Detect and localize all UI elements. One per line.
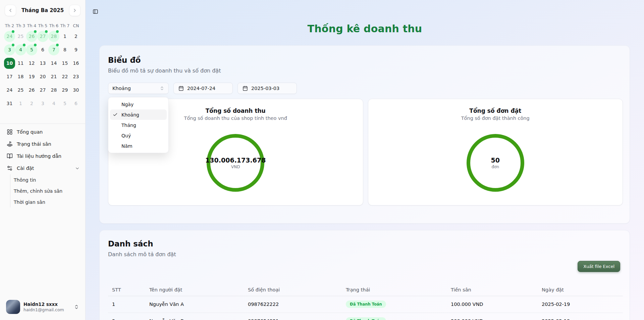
calendar-day[interactable]: 18 <box>15 70 26 83</box>
calendar-day-selected[interactable]: 10 <box>4 56 15 70</box>
calendar-day[interactable]: 26 <box>26 83 37 97</box>
range-option[interactable]: Tháng <box>110 120 167 130</box>
revenue-value: 130.006.173.678 <box>205 156 266 164</box>
orders-stat-title: Tổng số đơn đặt <box>469 107 521 114</box>
calendar-day[interactable]: 4 <box>48 97 59 110</box>
calendar-day[interactable]: 1 <box>59 30 70 43</box>
weekday-label: Th 5 <box>37 21 48 30</box>
calendar-prev-button[interactable] <box>5 5 16 16</box>
calendar-day[interactable]: 1 <box>15 97 26 110</box>
column-header: Ngày đặt <box>538 284 623 296</box>
export-excel-button[interactable]: Xuất file Excel <box>578 261 620 272</box>
calendar-day[interactable]: 21 <box>48 70 59 83</box>
calendar-day[interactable]: 5 <box>26 43 37 56</box>
status-badge: Đã Thanh Toán <box>346 317 386 320</box>
range-option[interactable]: Ngày <box>110 99 167 109</box>
avatar <box>6 300 20 314</box>
calendar-day[interactable]: 15 <box>59 56 70 70</box>
calendar-day[interactable]: 25 <box>15 83 26 97</box>
calendar-day[interactable]: 23 <box>70 70 82 83</box>
calendar-day[interactable]: 28 <box>48 83 59 97</box>
user-card[interactable]: Haidn12 sxxx haidn1@gmail.com <box>3 297 82 317</box>
calendar-day[interactable]: 29 <box>59 83 70 97</box>
chevron-right-icon <box>72 8 77 13</box>
calendar-month-label: Tháng Ba 2025 <box>21 7 64 13</box>
range-option[interactable]: Khoảng <box>110 109 167 120</box>
sidebar: Tháng Ba 2025 Th 2Th 3Th 4Th 5Th 6Th 7CN… <box>0 0 86 320</box>
calendar-day[interactable]: 2 <box>70 30 82 43</box>
calendar-day[interactable]: 24 <box>4 83 15 97</box>
chevron-down-icon <box>75 166 80 171</box>
calendar-day[interactable]: 7 <box>48 43 59 56</box>
calendar-day[interactable]: 4 <box>15 43 26 56</box>
calendar-day[interactable]: 6 <box>37 43 48 56</box>
calendar-day[interactable]: 22 <box>59 70 70 83</box>
calendar-day[interactable]: 19 <box>26 70 37 83</box>
event-dot-icon <box>45 30 48 33</box>
app-root: Tháng Ba 2025 Th 2Th 3Th 4Th 5Th 6Th 7CN… <box>0 0 644 320</box>
calendar-day[interactable]: 5 <box>59 97 70 110</box>
date-from-value: 2024-07-24 <box>187 86 215 91</box>
calendar-day[interactable]: 3 <box>37 97 48 110</box>
column-header: Tiền sân <box>447 284 538 296</box>
event-dot-icon <box>56 44 59 46</box>
calendar-day[interactable]: 20 <box>37 70 48 83</box>
sidebar-item-field-status[interactable]: Trạng thái sân <box>0 138 85 150</box>
calendar-day[interactable]: 13 <box>37 56 48 70</box>
sidebar-item-settings[interactable]: Cài đặt <box>0 162 85 174</box>
calendar-day[interactable]: 17 <box>4 70 15 83</box>
sidebar-subitem-info[interactable]: Thông tin <box>10 174 85 185</box>
sidebar-subitem-field-time[interactable]: Thời gian sân <box>10 196 85 208</box>
sidebar-item-docs[interactable]: Tài liệu hướng dẫn <box>0 150 85 162</box>
calendar-day[interactable]: 9 <box>70 43 82 56</box>
sliders-icon <box>7 165 13 171</box>
date-from-input[interactable]: 2024-07-24 <box>173 83 233 94</box>
calendar-day[interactable]: 14 <box>48 56 59 70</box>
calendar-day[interactable]: 28 <box>48 30 59 43</box>
orders-table-body: 1Nguyễn Văn A0987622222Đã Thanh Toán100.… <box>108 296 623 320</box>
calendar-day[interactable]: 2 <box>26 97 37 110</box>
calendar-day[interactable]: 27 <box>37 83 48 97</box>
event-dot-icon <box>34 30 37 33</box>
calendar-day[interactable]: 27 <box>37 30 48 43</box>
list-card-title: Danh sách <box>108 239 623 248</box>
sidebar-subitem-edit-fields[interactable]: Thêm, chỉnh sửa sân <box>10 185 85 196</box>
table-row[interactable]: 1Nguyễn Văn A0987622222Đã Thanh Toán100.… <box>108 296 623 313</box>
calendar-day[interactable]: 16 <box>70 56 82 70</box>
range-option[interactable]: Quý <box>110 130 167 141</box>
orders-ring: 50 đơn <box>467 134 524 192</box>
calendar-day[interactable]: 26 <box>26 30 37 43</box>
calendar-next-button[interactable] <box>69 5 80 16</box>
weekday-label: Th 6 <box>48 21 59 30</box>
event-dot-icon <box>34 44 37 46</box>
range-select[interactable]: Khoảng <box>108 83 169 94</box>
sidebar-toggle-button[interactable] <box>90 6 100 16</box>
layout-grid-icon <box>7 129 13 135</box>
stats-row: Tổng số doanh thu Tổng số doanh thu của … <box>108 99 623 205</box>
calendar-day[interactable]: 12 <box>26 56 37 70</box>
weekday-label: Th 3 <box>15 21 26 30</box>
range-select-menu: NgàyKhoảngThángQuýNăm <box>108 97 169 153</box>
event-dot-icon <box>12 30 14 33</box>
land-plot-icon <box>7 141 13 147</box>
calendar-day[interactable]: 11 <box>15 56 26 70</box>
table-row[interactable]: 2Nguyễn Văn B0987654321Đã Thanh Toán200.… <box>108 313 623 320</box>
calendar-icon <box>178 86 184 91</box>
event-dot-icon <box>23 44 25 46</box>
event-dot-icon <box>12 44 14 46</box>
orders-stat-card: Tổng số đơn đặt Tổng số đơn đặt thành cô… <box>368 99 623 205</box>
calendar-day[interactable]: 25 <box>15 30 26 43</box>
calendar-day[interactable]: 6 <box>70 97 82 110</box>
sidebar-item-overview[interactable]: Tổng quan <box>0 126 85 138</box>
calendar-day[interactable]: 31 <box>4 97 15 110</box>
date-to-input[interactable]: 2025-03-03 <box>237 83 297 94</box>
event-dot-icon <box>56 30 59 33</box>
calendar-day[interactable]: 3 <box>4 43 15 56</box>
user-email: haidn1@gmail.com <box>23 307 64 313</box>
calendar-day[interactable]: 24 <box>4 30 15 43</box>
calendar-grid: 2425262728123456789101112131415161718192… <box>4 30 81 110</box>
calendar-day[interactable]: 30 <box>70 83 82 97</box>
calendar-day[interactable]: 8 <box>59 43 70 56</box>
weekday-label: Th 4 <box>26 21 37 30</box>
range-option[interactable]: Năm <box>110 141 167 151</box>
